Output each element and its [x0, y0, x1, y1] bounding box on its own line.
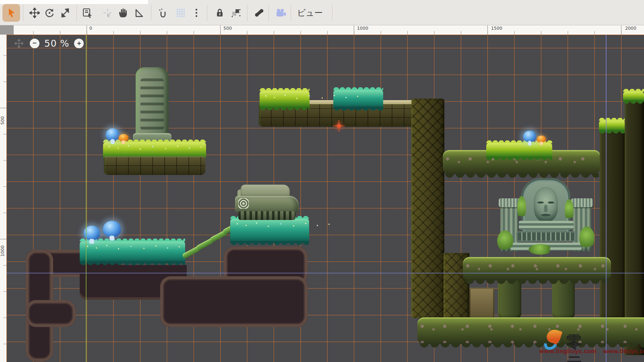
kebab-menu-icon: [195, 8, 198, 18]
zoom-level-value: 50 %: [44, 38, 69, 49]
vine: [497, 230, 513, 251]
camera-button[interactable]: [272, 4, 290, 22]
platform-topmiddle[interactable]: [259, 90, 434, 127]
ruler-corner: [0, 25, 14, 35]
tool-rotate-button[interactable]: [41, 4, 58, 22]
ruler-label-top: 1500: [491, 26, 502, 31]
hand-icon: [118, 8, 128, 18]
zoom-out-button[interactable]: −: [30, 39, 39, 48]
menu-strip: [0, 0, 148, 4]
platform-tank[interactable]: [230, 218, 309, 242]
platform-colonnade-top[interactable]: [463, 257, 611, 280]
tool-hand-pan-button[interactable]: [114, 4, 132, 22]
colonnade-pillar[interactable]: [498, 279, 521, 319]
stone-body: [104, 156, 205, 175]
guide-line-green-vertical[interactable]: [86, 35, 87, 362]
toolbar-separator: [151, 5, 151, 21]
transform-anchor-button[interactable]: [227, 4, 245, 22]
grass-top: [103, 142, 206, 158]
watermark-logo-icon: [543, 329, 566, 350]
orange-mushroom[interactable]: [119, 134, 128, 141]
guide-line-blue-vertical[interactable]: [606, 35, 607, 362]
grass-sparkles: [265, 95, 266, 97]
watermark-title: 零元找游戏: [566, 331, 583, 362]
bone-icon: [254, 8, 264, 18]
transform-anchor-icon: [231, 8, 242, 18]
grass-sparkles: [109, 146, 110, 147]
toolbar-separator: [207, 5, 207, 21]
cave-block-main[interactable]: [160, 276, 308, 327]
cave-tube-bottom[interactable]: [26, 300, 76, 327]
cliff-step-grass: [599, 120, 625, 131]
ruler-label-left: 1000: [0, 245, 5, 257]
vertical-ruler[interactable]: 5001000: [0, 35, 6, 362]
vine: [565, 199, 574, 222]
colonnade-pillar[interactable]: [552, 279, 575, 319]
tool-grid-toggle-button[interactable]: [172, 4, 190, 22]
vine: [579, 226, 594, 250]
rotate-icon: [44, 8, 55, 18]
platform-topleft[interactable]: [103, 142, 206, 175]
level-canvas[interactable]: − 50 % +: [6, 35, 644, 362]
grid-icon: [175, 8, 186, 18]
vine: [517, 196, 526, 220]
toolbar-separator: [291, 5, 291, 21]
ruin-column[interactable]: [411, 99, 444, 318]
ruin-statue[interactable]: [500, 178, 592, 253]
platform-bottom-right[interactable]: [417, 317, 644, 344]
grass-yellow-section: [260, 90, 310, 107]
watermark-url-left: www.lingliuyx.com: [539, 348, 597, 354]
tool-object-list-button[interactable]: [78, 4, 96, 22]
zoom-in-button[interactable]: +: [74, 39, 84, 48]
cliff-tall[interactable]: [625, 95, 644, 355]
tool-magnet-snap-button[interactable]: [154, 4, 172, 22]
origin-marker: [336, 123, 342, 129]
view-menu-button[interactable]: ビュー: [292, 4, 328, 22]
blue-mushroom[interactable]: [103, 221, 121, 237]
blue-mushroom[interactable]: [523, 131, 536, 142]
lock-icon: [215, 8, 225, 18]
tool-scale-button[interactable]: [56, 4, 74, 22]
ruined-tank[interactable]: [235, 185, 299, 221]
grass-teal-section: [333, 90, 383, 107]
magnet-icon: [158, 8, 168, 18]
grass-sparkles: [237, 223, 238, 224]
scale-icon: [60, 8, 70, 18]
ruler-label-top: 500: [223, 26, 232, 31]
lock-button[interactable]: [211, 4, 229, 22]
watermark-url-right: www.06zyx.com: [603, 348, 644, 354]
bone-path-button[interactable]: [250, 4, 268, 22]
stone-top-edge: [309, 100, 335, 104]
guide-line-blue-horizontal[interactable]: [6, 273, 644, 274]
statue-pedestal: [519, 221, 574, 230]
platform-teal-left[interactable]: [80, 241, 185, 262]
toolbar-separator: [23, 5, 23, 21]
toolbar-separator: [247, 5, 248, 21]
watermark-urls: www.lingliuyx.com www.06zyx.com: [539, 348, 644, 354]
tool-select-button[interactable]: [2, 4, 20, 22]
video-camera-icon: [275, 8, 287, 18]
grass-sparkles: [87, 246, 88, 247]
ruin-monolith[interactable]: [136, 67, 169, 136]
ruler-label-top: 1000: [357, 26, 368, 31]
horizontal-ruler[interactable]: 0500100015002000: [6, 25, 644, 35]
ruin-block-light[interactable]: [469, 288, 494, 318]
level-editor-window: ビュー 0500100015002000 5001000 − 50 % +: [0, 0, 644, 362]
statue-glyph-band: [516, 231, 576, 242]
tank-treads: [238, 211, 295, 220]
blue-mushroom[interactable]: [106, 128, 120, 140]
ruler-label-top: 2000: [625, 26, 636, 31]
more-options-button[interactable]: [188, 4, 205, 22]
statue-face: [534, 187, 558, 222]
toolbar: ビュー: [0, 0, 644, 25]
triangle-ruler-icon: [134, 8, 144, 18]
tool-measure-button[interactable]: [130, 4, 148, 22]
orange-mushroom[interactable]: [537, 136, 546, 142]
document-select-icon: [82, 8, 93, 18]
cliff-step[interactable]: [600, 125, 625, 318]
toolbar-separator: [76, 5, 77, 21]
ruler-label-top: 0: [89, 26, 92, 31]
snap-cursor-icon: [102, 8, 113, 18]
select-cursor-icon: [6, 8, 17, 18]
move-icon: [29, 8, 40, 18]
